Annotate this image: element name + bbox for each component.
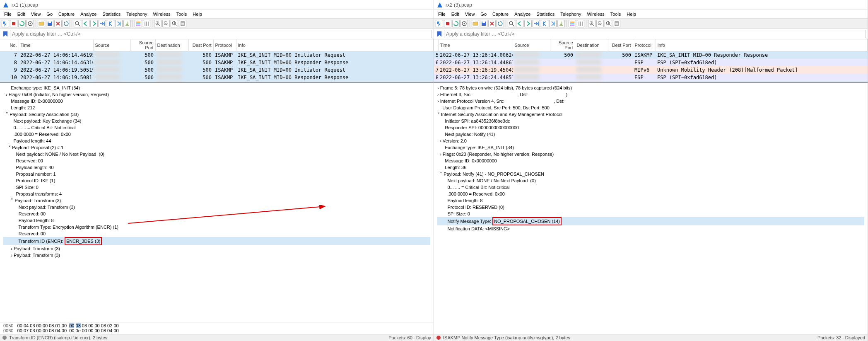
- save-file-icon[interactable]: [480, 20, 487, 27]
- detail-line[interactable]: 0... .... = Critical Bit: Not critical: [3, 124, 430, 131]
- goto-first-icon[interactable]: [107, 20, 114, 27]
- display-filter-input[interactable]: [10, 30, 432, 38]
- expert-info-icon[interactable]: [436, 336, 441, 340]
- packet-row[interactable]: 62022-06-27 13:26:14.448614ESPESP (SPI=0…: [434, 59, 868, 66]
- packet-row[interactable]: 72022-06-27 13:26:19.450435MIPv6Unknown …: [434, 66, 868, 74]
- detail-line[interactable]: Payload length: 40: [3, 164, 430, 171]
- detail-line[interactable]: Transform Type: Encryption Algorithm (EN…: [3, 224, 430, 230]
- detail-line[interactable]: Next payload: NONE / No Next Payload (0): [437, 177, 864, 184]
- menu-telephony[interactable]: Telephony: [558, 11, 583, 17]
- detail-line[interactable]: Next payload: Notify (41): [437, 131, 864, 138]
- detail-line[interactable]: Proposal number: 1: [3, 171, 430, 177]
- go-forward-icon[interactable]: [90, 20, 98, 27]
- detail-line[interactable]: ˅ Internet Security Association and Key …: [437, 111, 864, 118]
- bookmark-icon[interactable]: [436, 30, 443, 38]
- menu-help[interactable]: Help: [190, 11, 205, 17]
- open-file-icon[interactable]: [38, 20, 45, 27]
- resize-columns-icon[interactable]: [577, 20, 584, 27]
- detail-line[interactable]: › Flags: 0x20 (Responder, No higher vers…: [437, 151, 864, 157]
- packet-row[interactable]: 72022-06-27 14:06:14.461956500500ISAKMPI…: [0, 51, 434, 59]
- colorize-icon[interactable]: [135, 20, 142, 27]
- start-capture-icon[interactable]: [436, 20, 443, 27]
- detail-line[interactable]: ˅ Payload: Proposal (2) # 1: [3, 144, 430, 151]
- detail-line[interactable]: › Flags: 0x08 (Initiator, No higher vers…: [3, 91, 430, 98]
- find-packet-icon[interactable]: [508, 20, 515, 27]
- menu-capture[interactable]: Capture: [490, 11, 511, 17]
- detail-line[interactable]: Payload length: 8: [437, 197, 864, 204]
- detail-line[interactable]: › Version: 2.0: [437, 138, 864, 144]
- menu-statistics[interactable]: Statistics: [100, 11, 123, 17]
- detail-line[interactable]: Proposal transforms: 4: [3, 191, 430, 197]
- menu-view[interactable]: View: [29, 11, 43, 17]
- packet-row[interactable]: 82022-06-27 13:26:24.448510ESPESP (SPI=0…: [434, 74, 868, 81]
- menu-go[interactable]: Go: [44, 11, 55, 17]
- detail-line[interactable]: › Payload: Transform (3): [3, 245, 430, 252]
- auto-scroll-icon[interactable]: [557, 20, 565, 27]
- packet-row[interactable]: 92022-06-27 14:06:19.505198500500ISAKMPI…: [0, 66, 434, 74]
- detail-line[interactable]: Next payload: NONE / No Next Payload (0): [3, 151, 430, 157]
- detail-line[interactable]: Message ID: 0x00000000: [437, 157, 864, 164]
- packet-details[interactable]: Exchange type: IKE_SA_INIT (34) › Flags:…: [0, 83, 434, 322]
- menu-tools[interactable]: Tools: [174, 11, 190, 17]
- zoom-in-icon[interactable]: [588, 20, 596, 27]
- menu-telephony[interactable]: Telephony: [124, 11, 149, 17]
- capture-options-icon[interactable]: [461, 20, 468, 27]
- detail-line[interactable]: ˅ Payload: Transform (3): [3, 197, 430, 204]
- detail-line[interactable]: Payload length: 8: [3, 217, 430, 224]
- menu-go[interactable]: Go: [478, 11, 489, 17]
- menu-statistics[interactable]: Statistics: [534, 11, 557, 17]
- display-filter-input[interactable]: [444, 30, 866, 38]
- hex-line[interactable]: 0060 00 07 03 00 00 08 04 00 00 0e 00 00…: [3, 328, 430, 333]
- detail-line[interactable]: Initiator SPI: aa8435236f8be3dc: [437, 118, 864, 124]
- reload-icon[interactable]: [63, 20, 70, 27]
- goto-last-icon[interactable]: [115, 20, 123, 27]
- goto-last-icon[interactable]: [549, 20, 557, 27]
- menu-help[interactable]: Help: [624, 11, 639, 17]
- hex-view[interactable]: 0050 00 04 03 00 00 08 01 00 00 03 03 00…: [0, 322, 434, 334]
- menu-edit[interactable]: Edit: [15, 11, 28, 17]
- detail-line[interactable]: Protocol ID: IKE (1): [3, 177, 430, 184]
- close-file-icon[interactable]: [488, 20, 496, 27]
- detail-line[interactable]: Reserved: 00: [3, 210, 430, 217]
- menu-file[interactable]: File: [2, 11, 14, 17]
- menu-capture[interactable]: Capture: [56, 11, 77, 17]
- detail-line[interactable]: Reserved: 00: [3, 157, 430, 164]
- resize-all-icon[interactable]: [179, 20, 186, 27]
- save-file-icon[interactable]: [46, 20, 53, 27]
- packet-list[interactable]: No. Time Source Source Port Destination …: [0, 39, 434, 82]
- close-file-icon[interactable]: [54, 20, 62, 27]
- detail-line[interactable]: Length: 212: [3, 104, 430, 111]
- zoom-reset-icon[interactable]: 1: [171, 20, 178, 27]
- goto-packet-icon[interactable]: [99, 20, 106, 27]
- auto-scroll-icon[interactable]: [123, 20, 131, 27]
- detail-line[interactable]: Next payload: Transform (3): [3, 204, 430, 210]
- detail-line[interactable]: › Ethernet II, Src: , Dst: ): [437, 91, 864, 98]
- detail-line[interactable]: Notification DATA: <MISSING>: [437, 225, 864, 232]
- resize-all-icon[interactable]: [613, 20, 620, 27]
- restart-capture-icon[interactable]: [452, 20, 460, 27]
- go-forward-icon[interactable]: [524, 20, 532, 27]
- detail-line[interactable]: ˅ Payload: Security Association (33): [3, 111, 430, 118]
- reload-icon[interactable]: [497, 20, 504, 27]
- packet-list[interactable]: Time Source Source Port Destination Dest…: [434, 39, 868, 82]
- packet-details[interactable]: › Frame 5: 78 bytes on wire (624 bits), …: [434, 83, 868, 334]
- bookmark-icon[interactable]: [2, 30, 9, 38]
- menu-wireless[interactable]: Wireless: [151, 11, 173, 17]
- goto-first-icon[interactable]: [541, 20, 548, 27]
- detail-line[interactable]: SPI Size: 0: [437, 210, 864, 217]
- detail-line[interactable]: Notify Message Type: NO_PROPOSAL_CHOSEN …: [437, 217, 864, 225]
- detail-line[interactable]: SPI Size: 0: [3, 184, 430, 191]
- detail-line[interactable]: Protocol ID: RESERVED (0): [437, 204, 864, 210]
- menu-view[interactable]: View: [463, 11, 477, 17]
- resize-columns-icon[interactable]: [143, 20, 150, 27]
- go-back-icon[interactable]: [82, 20, 89, 27]
- detail-line[interactable]: User Datagram Protocol, Src Port: 500, D…: [437, 104, 864, 111]
- detail-line[interactable]: 0... .... = Critical Bit: Not critical: [437, 184, 864, 191]
- detail-line[interactable]: Message ID: 0x00000000: [3, 98, 430, 104]
- zoom-out-icon[interactable]: [596, 20, 604, 27]
- detail-line[interactable]: › Frame 5: 78 bytes on wire (624 bits), …: [437, 85, 864, 91]
- menu-tools[interactable]: Tools: [608, 11, 624, 17]
- detail-line[interactable]: Responder SPI: 0000000000000000: [437, 124, 864, 131]
- capture-options-icon[interactable]: [27, 20, 34, 27]
- stop-capture-icon[interactable]: [10, 20, 17, 27]
